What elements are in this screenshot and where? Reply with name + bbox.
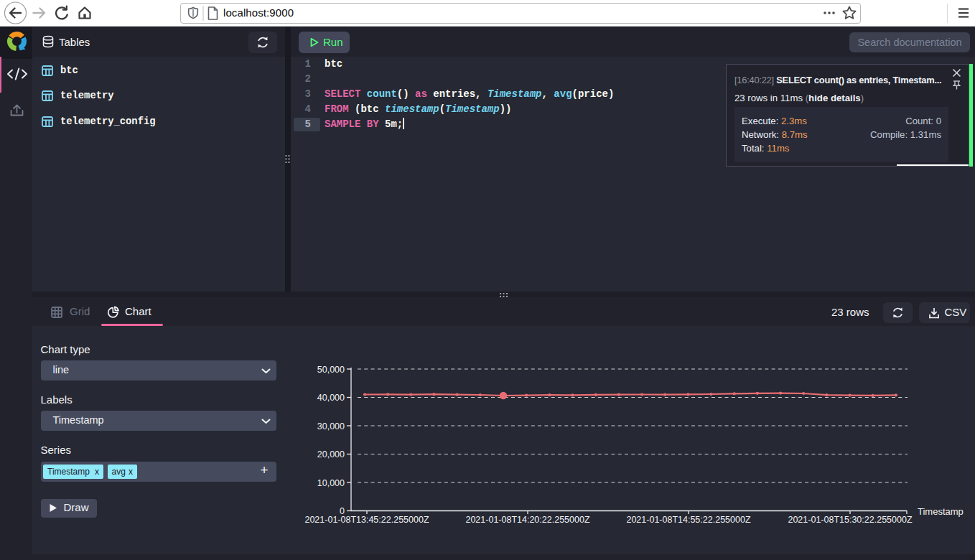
svg-text:30,000: 30,000 bbox=[317, 421, 345, 431]
svg-text:2021-01-08T13:45:22.255000Z: 2021-01-08T13:45:22.255000Z bbox=[304, 515, 429, 525]
svg-text:2021-01-08T14:20:22.255000Z: 2021-01-08T14:20:22.255000Z bbox=[465, 515, 589, 525]
svg-text:2021-01-08T15:30:22.255000Z: 2021-01-08T15:30:22.255000Z bbox=[788, 515, 912, 525]
svg-text:10,000: 10,000 bbox=[317, 478, 345, 488]
svg-text:Timestamp: Timestamp bbox=[918, 506, 964, 517]
svg-text:50,000: 50,000 bbox=[317, 365, 345, 375]
svg-text:2021-01-08T14:55:22.255000Z: 2021-01-08T14:55:22.255000Z bbox=[626, 515, 750, 525]
svg-text:40,000: 40,000 bbox=[317, 393, 345, 403]
svg-text:20,000: 20,000 bbox=[317, 449, 345, 459]
